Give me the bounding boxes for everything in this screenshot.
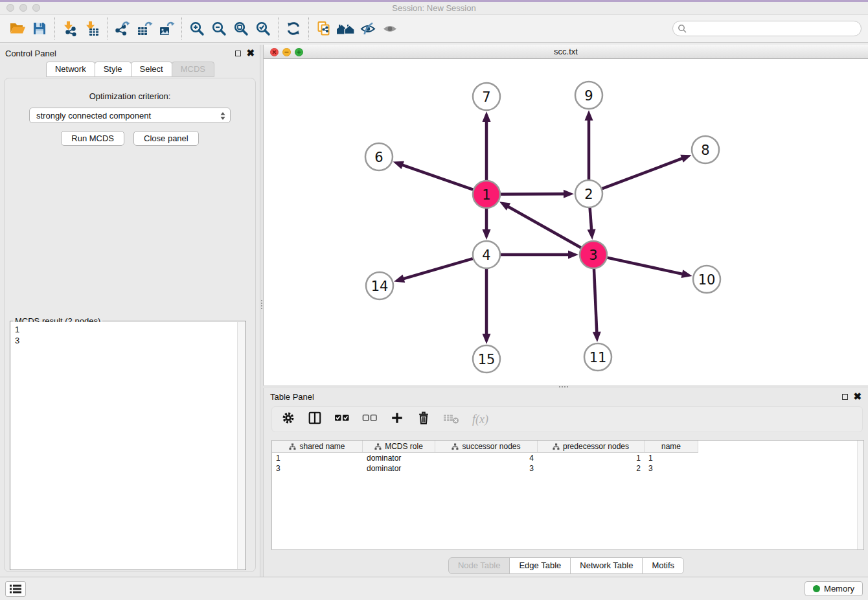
show-all-eye-icon[interactable] [379,17,401,40]
toolbar-separator [181,17,182,40]
delete-column-trash-icon[interactable] [417,411,431,428]
create-column-plus-icon[interactable] [390,411,404,428]
edge-arrowhead-icon [564,190,574,198]
graph-edge-4-14[interactable] [402,259,473,279]
edge-arrowhead-icon [483,111,491,122]
table-cell[interactable]: 3 [435,464,538,473]
hide-selected-eye-icon[interactable] [357,17,379,40]
graph-edge-2-3[interactable] [590,208,592,231]
criterion-select[interactable]: strongly connected component [29,108,231,123]
float-panel-icon[interactable] [842,394,848,400]
table-cell[interactable]: 2 [538,464,645,473]
column-header-mcds-role[interactable]: MCDS role [363,441,435,453]
select-all-columns-icon[interactable] [334,411,350,428]
apply-layout-icon[interactable] [282,17,304,40]
tab-mcds[interactable]: MCDS [172,62,214,77]
table-cell[interactable]: 1 [645,454,698,463]
zoom-selected-icon[interactable] [252,17,274,40]
home-neighbors-icon[interactable] [335,17,357,40]
tab-select[interactable]: Select [131,62,172,77]
tab-network[interactable]: Network [46,62,95,77]
search-icon [678,24,687,36]
column-header-label: MCDS role [385,442,423,451]
float-panel-icon[interactable] [235,51,241,56]
network-canvas[interactable]: 1234678910111415 [264,59,868,385]
application-window: Session: New Session [0,0,868,600]
save-session-icon[interactable] [29,17,51,40]
open-session-icon[interactable] [6,17,29,40]
graph-node-label: 10 [698,272,716,288]
graph-edge-1-2[interactable] [501,194,565,194]
unselect-all-columns-icon[interactable] [362,411,378,428]
tab-style[interactable]: Style [95,62,131,77]
column-header-shared-name[interactable]: shared name [272,441,363,453]
table-row[interactable]: 3dominator323 [272,463,863,474]
sort-column-icon [451,443,459,450]
optimization-criterion-label: Optimization criterion: [5,91,255,101]
show-column-icon[interactable] [308,411,322,428]
mcds-result-list[interactable]: 13 [11,322,245,348]
show-panels-list-icon[interactable] [5,581,26,597]
import-table-icon[interactable] [81,17,103,40]
graph-node-label: 8 [701,143,709,158]
zoom-out-icon[interactable] [208,17,230,40]
close-panel-icon[interactable]: ✖ [246,50,255,56]
graph-edge-2-8[interactable] [602,158,684,189]
tab-edge-table[interactable]: Edge Table [509,557,571,574]
graph-edge-3-1[interactable] [507,206,580,248]
tab-node-table[interactable]: Node Table [448,557,510,574]
column-header-successor-nodes[interactable]: successor nodes [435,441,538,453]
graph-edge-1-6[interactable] [401,165,473,190]
delete-table-icon [443,411,460,427]
table-cell[interactable]: 3 [272,464,363,473]
memory-status-dot-icon [813,585,820,592]
select-stepper-icon [220,111,225,122]
import-network-icon[interactable] [59,17,81,40]
run-mcds-button[interactable]: Run MCDS [61,131,124,146]
close-panel-icon[interactable]: ✖ [853,393,862,400]
table-scrollbar[interactable] [857,441,863,549]
table-cell[interactable]: dominator [363,454,435,463]
table-cell[interactable]: 4 [435,454,538,463]
node-table-body: 1dominator4113dominator323 [272,453,863,474]
main-content: Control Panel ✖ NetworkStyleSelectMCDS O… [0,45,868,577]
search-box [672,21,862,36]
column-header-name[interactable]: name [645,441,698,453]
graph-node-label: 6 [374,150,383,165]
edge-arrowhead-icon [483,334,491,344]
zoom-fit-icon[interactable] [230,17,252,40]
edge-arrowhead-icon [585,110,593,121]
graph-node-label: 11 [589,350,607,365]
result-scrollbar[interactable] [237,322,245,569]
graph-edge-3-11[interactable] [594,269,597,334]
search-input[interactable] [672,21,862,36]
tab-motifs[interactable]: Motifs [642,557,684,574]
export-image-icon[interactable] [155,17,177,40]
graph-node-label: 14 [371,279,389,294]
column-header-predecessor-nodes[interactable]: predecessor nodes [538,441,645,453]
splitter-grip-icon[interactable] [261,300,262,309]
table-cell[interactable]: dominator [363,464,435,473]
export-table-icon[interactable] [133,17,155,40]
control-panel: Control Panel ✖ NetworkStyleSelectMCDS O… [0,45,260,577]
graph-edge-3-10[interactable] [607,258,683,275]
right-column: scc.txt 1234678910111415 Table Panel ✖ [263,45,868,577]
sort-column-icon [374,443,382,450]
zoom-in-icon[interactable] [186,17,208,40]
toolbar-separator [308,17,309,40]
table-cell[interactable]: 3 [645,464,698,473]
export-network-icon[interactable] [111,17,133,40]
network-graph: 1234678910111415 [264,59,868,385]
table-settings-gear-icon[interactable] [281,411,295,428]
tab-network-table[interactable]: Network Table [570,557,643,574]
table-cell[interactable]: 1 [272,454,363,463]
close-panel-button[interactable]: Close panel [133,131,199,146]
column-header-label: name [661,442,681,451]
splitter-grip-icon[interactable] [559,386,568,387]
clone-network-icon[interactable] [313,17,335,40]
memory-button[interactable]: Memory [805,581,863,596]
table-cell[interactable]: 1 [538,454,645,463]
table-row[interactable]: 1dominator411 [272,453,863,463]
node-table[interactable]: shared nameMCDS rolesuccessor nodesprede… [271,440,864,550]
graph-node-label: 7 [482,89,490,105]
